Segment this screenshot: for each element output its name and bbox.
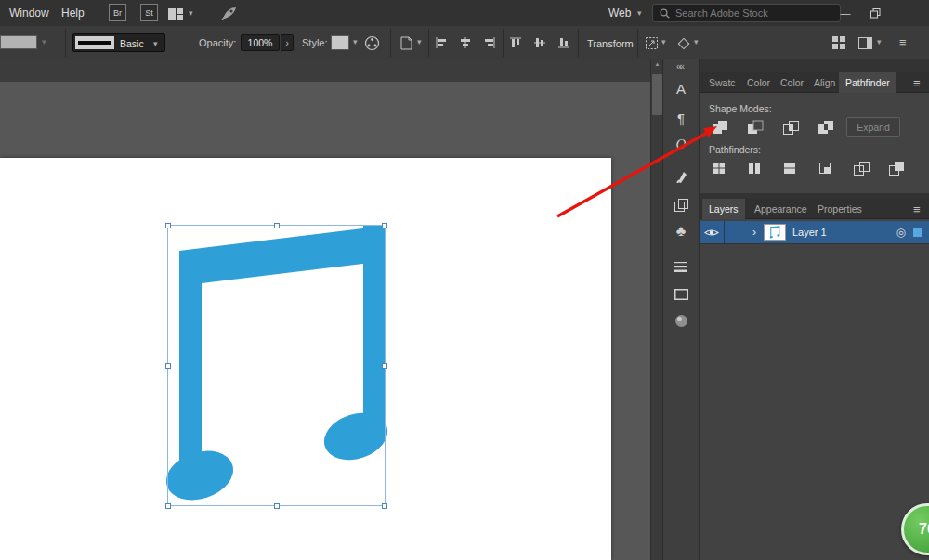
chevron-down-icon[interactable]: ▾ <box>189 9 193 18</box>
opacity-value-dropdown[interactable]: 100% <box>241 34 280 51</box>
chevron-down-icon[interactable]: ▾ <box>694 38 699 46</box>
transform-button[interactable]: Transform <box>587 38 634 49</box>
shape-modes-label: Shape Modes: <box>709 103 772 114</box>
tab-appearance[interactable]: Appearance <box>748 199 814 219</box>
chevron-down-icon[interactable]: ▾ <box>417 38 422 46</box>
chevron-down-icon: ▾ <box>153 40 158 48</box>
menu-window[interactable]: Window <box>0 0 59 26</box>
minus-front-button[interactable] <box>742 117 768 137</box>
minimize-button[interactable]: — <box>834 5 857 21</box>
chevron-down-icon[interactable]: ▾ <box>42 38 46 46</box>
pathfinder-panel-body: Shape Modes: Expand Pathfinders: <box>700 93 929 193</box>
align-vertical-center-icon[interactable] <box>531 34 548 51</box>
music-note-artwork[interactable] <box>165 223 388 511</box>
adobe-stock-searchbox[interactable] <box>652 4 841 22</box>
symbols-panel-icon[interactable]: ♣ <box>668 219 694 243</box>
style-swatch[interactable] <box>331 35 349 50</box>
exclude-button[interactable] <box>813 117 839 137</box>
crop-button[interactable] <box>813 158 839 178</box>
artboards-panel-icon[interactable] <box>668 193 694 217</box>
opacity-more-button[interactable]: › <box>281 34 294 51</box>
arrange-documents-icon[interactable] <box>168 7 183 24</box>
document-setup-icon[interactable] <box>398 34 414 51</box>
tab-color[interactable]: Color <box>740 72 777 93</box>
tab-pathfinder[interactable]: Pathfinder <box>839 72 896 93</box>
stock-badge-icon[interactable]: St <box>140 4 158 21</box>
workspace-panels-icon[interactable] <box>857 34 873 51</box>
document-header-strip <box>0 59 650 82</box>
layer-thumbnail[interactable] <box>764 224 786 241</box>
free-transform-icon[interactable] <box>643 34 660 51</box>
chevron-down-icon[interactable]: ▾ <box>661 38 666 46</box>
divider <box>390 29 391 57</box>
selection-handle-top-left[interactable] <box>165 223 171 228</box>
rectangle-panel-icon[interactable] <box>668 282 694 306</box>
selection-handle-top-right[interactable] <box>382 223 387 228</box>
toolbar-menu-icon[interactable]: ≡ <box>899 36 907 48</box>
stroke-panel-icon[interactable] <box>668 254 694 279</box>
tab-color-guide[interactable]: Color <box>774 72 810 93</box>
align-horizontal-center-icon[interactable] <box>457 34 474 51</box>
arrow-right-icon: › <box>285 37 289 48</box>
layer-row[interactable]: › Layer 1 ◎ <box>700 221 929 244</box>
recolor-artwork-icon[interactable] <box>362 33 381 52</box>
divider <box>503 29 504 57</box>
align-top-icon[interactable] <box>507 34 524 51</box>
layers-panel-menu-icon[interactable]: ≡ <box>913 203 921 215</box>
fill-color-swatch[interactable] <box>0 35 37 49</box>
divide-button[interactable] <box>707 158 733 178</box>
tab-align[interactable]: Align <box>807 72 842 93</box>
paragraph-panel-icon[interactable]: ¶ <box>668 106 694 130</box>
layer-visibility-toggle[interactable] <box>700 228 724 238</box>
workspace-switcher[interactable]: Web <box>608 0 631 26</box>
merge-button[interactable] <box>778 158 804 178</box>
opacity-value: 100% <box>248 37 273 48</box>
selection-handle-top-center[interactable] <box>274 223 280 228</box>
selection-handle-middle-right[interactable] <box>382 363 387 369</box>
layer-selection-indicator[interactable] <box>913 228 922 237</box>
collapse-dock-icon[interactable]: «« <box>676 61 683 72</box>
chevron-down-icon[interactable]: ▾ <box>353 38 358 46</box>
tab-layers[interactable]: Layers <box>702 199 745 219</box>
grid-view-icon[interactable] <box>831 34 847 51</box>
align-bottom-icon[interactable] <box>556 34 572 51</box>
gradient-sphere-panel-icon[interactable] <box>668 308 694 332</box>
chevron-down-icon[interactable]: ▾ <box>637 9 642 18</box>
opentype-panel-icon[interactable]: O <box>668 132 694 156</box>
expand-button[interactable]: Expand <box>846 117 900 137</box>
search-input[interactable] <box>675 7 822 19</box>
align-left-icon[interactable] <box>433 34 450 51</box>
selection-handle-bottom-center[interactable] <box>274 503 280 509</box>
tab-properties[interactable]: Properties <box>811 199 869 219</box>
stroke-profile-dropdown[interactable]: Basic ▾ <box>72 33 165 52</box>
trim-button[interactable] <box>742 158 768 178</box>
restore-window-button[interactable] <box>864 5 886 21</box>
layers-tab-bar: Layers Appearance Properties ≡ <box>700 199 929 219</box>
control-bar: ▾ Basic ▾ Opacity: 100% › Style: ▾ ▾ <box>0 26 929 59</box>
layer-name[interactable]: Layer 1 <box>792 227 896 238</box>
minus-back-button[interactable] <box>883 158 909 178</box>
character-panel-icon[interactable]: A <box>668 76 694 100</box>
shape-options-icon[interactable] <box>674 34 691 51</box>
chevron-down-icon[interactable]: ▾ <box>877 38 882 46</box>
vertical-scrollbar[interactable]: ▲ <box>650 59 662 560</box>
selection-handle-middle-left[interactable] <box>165 363 171 369</box>
unite-button[interactable] <box>707 117 733 137</box>
divider <box>65 29 66 57</box>
outline-button[interactable] <box>848 158 874 178</box>
align-right-icon[interactable] <box>481 34 498 51</box>
pathfinder-panel-menu-icon[interactable]: ≡ <box>913 77 921 89</box>
divider <box>428 29 429 57</box>
layer-expand-chevron[interactable]: › <box>725 226 756 239</box>
layer-target-icon[interactable]: ◎ <box>896 226 906 239</box>
scrollbar-thumb[interactable] <box>652 74 662 115</box>
bridge-badge-icon[interactable]: Br <box>109 4 126 21</box>
selection-handle-bottom-left[interactable] <box>165 503 171 509</box>
menu-help[interactable]: Help <box>52 0 94 26</box>
divider <box>578 29 579 57</box>
intersect-button[interactable] <box>778 117 804 137</box>
gpu-performance-icon[interactable] <box>221 6 238 24</box>
selection-handle-bottom-right[interactable] <box>382 503 387 509</box>
tab-swatches[interactable]: Swatc <box>702 72 742 93</box>
brushes-panel-icon[interactable] <box>668 163 694 188</box>
